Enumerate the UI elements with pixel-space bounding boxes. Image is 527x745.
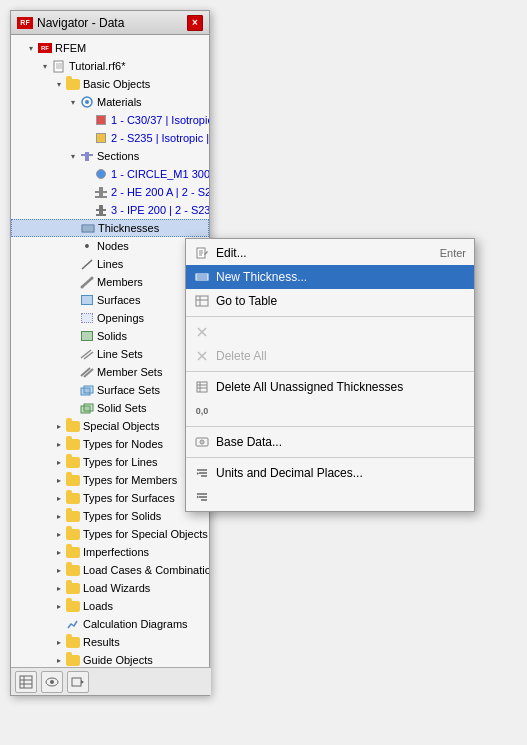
menu-item-delete-all	[186, 320, 474, 344]
menu-item-delete-unassigned: Delete All	[186, 344, 474, 368]
tree-item-types-surfaces[interactable]: Types for Surfaces	[11, 489, 209, 507]
window-title: Navigator - Data	[37, 16, 124, 30]
display-props-icon	[194, 434, 210, 450]
tree-item-rfem[interactable]: RF RFEM	[11, 39, 209, 57]
tree-item-results[interactable]: Results	[11, 633, 209, 651]
menu-item-base-data[interactable]: Delete All Unassigned Thicknesses	[186, 375, 474, 399]
tree-item-special-objects[interactable]: Special Objects	[11, 417, 209, 435]
arrow-results	[53, 636, 65, 648]
mat1-color-icon	[93, 112, 109, 128]
close-button[interactable]: ×	[187, 15, 203, 31]
surfaces-icon	[79, 292, 95, 308]
tree-label-imperfections: Imperfections	[83, 546, 149, 558]
folder-icon-tnodes	[65, 436, 81, 452]
tree-item-load-wizards[interactable]: Load Wizards	[11, 579, 209, 597]
folder-icon-loads	[65, 598, 81, 614]
tree-item-nodes[interactable]: Nodes	[11, 237, 209, 255]
tree-item-materials[interactable]: Materials	[11, 93, 209, 111]
tree-label-openings: Openings	[97, 312, 144, 324]
title-bar-left: RF Navigator - Data	[17, 16, 124, 30]
sec3-icon	[93, 202, 109, 218]
svg-rect-30	[20, 676, 32, 688]
svg-marker-37	[81, 680, 84, 684]
arrow-loadwizards	[53, 582, 65, 594]
tree-item-basic-objects[interactable]: Basic Objects	[11, 75, 209, 93]
nav-data-button[interactable]	[15, 671, 37, 693]
tree-label-linesets: Line Sets	[97, 348, 143, 360]
svg-point-59	[201, 441, 203, 443]
tree-item-member-sets[interactable]: Member Sets	[11, 363, 209, 381]
tree-item-load-cases[interactable]: Load Cases & Combinations	[11, 561, 209, 579]
mat2-color-icon	[93, 130, 109, 146]
tree-item-sec3[interactable]: 3 - IPE 200 | 2 - S235	[11, 201, 209, 219]
tree-item-surface-sets[interactable]: Surface Sets	[11, 381, 209, 399]
arrow-imperfections	[53, 546, 65, 558]
menu-item-expand[interactable]: Units and Decimal Places...	[186, 461, 474, 485]
delete-unassigned-icon	[194, 348, 210, 364]
tree-item-types-members[interactable]: Types for Members	[11, 471, 209, 489]
svg-point-35	[50, 680, 54, 684]
tree-item-sec2[interactable]: 2 - HE 200 A | 2 - S235	[11, 183, 209, 201]
folder-icon-tspecial	[65, 526, 81, 542]
file-icon	[51, 58, 67, 74]
svg-marker-63	[197, 472, 199, 475]
tree-item-solid-sets[interactable]: Solid Sets	[11, 399, 209, 417]
tree-label-mat1: 1 - C30/37 | Isotropic | Linear Elastic	[111, 114, 209, 126]
menu-item-collapse[interactable]	[186, 485, 474, 509]
tree-item-lines[interactable]: Lines	[11, 255, 209, 273]
edit-icon	[194, 245, 210, 261]
tree-container: RF RFEM Tutorial.rf6* Basic Objects	[11, 35, 209, 695]
tree-label-lines: Lines	[97, 258, 123, 270]
tree-item-sec1[interactable]: 1 - CIRCLE_M1 300 | 1 - C30/37	[11, 165, 209, 183]
svg-rect-13	[96, 214, 106, 216]
arrow-basic	[53, 78, 65, 90]
svg-rect-53	[197, 382, 207, 392]
tree-label-surfaces: Surfaces	[97, 294, 140, 306]
new-thickness-icon	[194, 269, 210, 285]
menu-item-go-to-table[interactable]: Go to Table	[186, 289, 474, 313]
tree-item-types-solids[interactable]: Types for Solids	[11, 507, 209, 525]
tree-item-thicknesses[interactable]: Thicknesses	[11, 219, 209, 237]
tree-item-imperfections[interactable]: Imperfections	[11, 543, 209, 561]
svg-rect-43	[196, 274, 208, 280]
menu-item-display-props[interactable]: Base Data...	[186, 430, 474, 454]
arrow-loadcases	[53, 564, 65, 576]
arrow-sections	[67, 150, 79, 162]
tree-item-types-special[interactable]: Types for Special Objects	[11, 525, 209, 543]
tree-item-mat2[interactable]: 2 - S235 | Isotropic | Linear Elastic	[11, 129, 209, 147]
svg-rect-27	[84, 386, 93, 393]
arrow-materials	[67, 96, 79, 108]
folder-icon-tlines	[65, 454, 81, 470]
folder-icon-basic	[65, 76, 81, 92]
tree-item-sections[interactable]: Sections	[11, 147, 209, 165]
menu-label-delete-unassigned: Delete All	[216, 349, 466, 363]
tree-item-tutorial[interactable]: Tutorial.rf6*	[11, 57, 209, 75]
tree-label-nodes: Nodes	[97, 240, 129, 252]
video-icon	[71, 675, 85, 689]
menu-item-edit[interactable]: Edit... Enter	[186, 241, 474, 265]
tree-item-types-nodes[interactable]: Types for Nodes	[11, 435, 209, 453]
nav-display-button[interactable]	[41, 671, 63, 693]
tree-item-solids[interactable]: Solids	[11, 327, 209, 345]
tree-item-mat1[interactable]: 1 - C30/37 | Isotropic | Linear Elastic	[11, 111, 209, 129]
folder-icon-tmembers	[65, 472, 81, 488]
svg-line-18	[82, 260, 92, 269]
tree-item-surfaces[interactable]: Surfaces	[11, 291, 209, 309]
units-text-icon: 0,0	[196, 406, 209, 416]
go-to-table-icon	[194, 293, 210, 309]
tree-label-solids: Solids	[97, 330, 127, 342]
tree-item-calc-diagrams[interactable]: Calculation Diagrams	[11, 615, 209, 633]
menu-label-go-table: Go to Table	[216, 294, 466, 308]
tree-item-types-lines[interactable]: Types for Lines	[11, 453, 209, 471]
menu-item-new-thickness[interactable]: New Thickness...	[186, 265, 474, 289]
tree-item-members[interactable]: Members	[11, 273, 209, 291]
tree-item-line-sets[interactable]: Line Sets	[11, 345, 209, 363]
nav-video-button[interactable]	[67, 671, 89, 693]
svg-rect-7	[85, 152, 89, 161]
menu-sep-3	[186, 426, 474, 427]
tree-item-loads[interactable]: Loads	[11, 597, 209, 615]
menu-item-units[interactable]: 0,0	[186, 399, 474, 423]
sec2-icon	[93, 184, 109, 200]
tree-item-openings[interactable]: Openings	[11, 309, 209, 327]
sections-icon	[79, 148, 95, 164]
